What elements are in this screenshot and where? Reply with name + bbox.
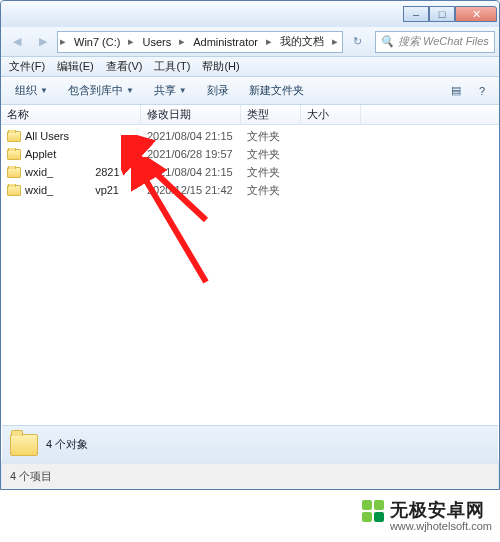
column-headers: 名称 修改日期 类型 大小 xyxy=(1,105,499,125)
menu-view[interactable]: 查看(V) xyxy=(106,59,143,74)
organize-button[interactable]: 组织▼ xyxy=(7,80,56,101)
status-count: 4 个对象 xyxy=(46,437,88,452)
breadcrumb-bar[interactable]: ▸ Win7 (C:)▸ Users▸ Administrator▸ 我的文档▸… xyxy=(57,31,343,53)
window-controls: – □ ✕ xyxy=(403,6,497,22)
redacted-segment xyxy=(57,167,91,177)
file-date: 2021/06/28 19:57 xyxy=(141,148,241,160)
include-library-button[interactable]: 包含到库中▼ xyxy=(60,80,142,101)
crumb-0[interactable]: Win7 (C:) xyxy=(68,32,126,52)
watermark-title: 无极安卓网 xyxy=(390,498,492,522)
folder-icon xyxy=(7,185,21,196)
file-type: 文件夹 xyxy=(241,183,301,198)
menu-tools[interactable]: 工具(T) xyxy=(154,59,190,74)
watermark-url: www.wjhotelsoft.com xyxy=(390,520,492,532)
crumb-1[interactable]: Users xyxy=(136,32,177,52)
toolbar: 组织▼ 包含到库中▼ 共享▼ 刻录 新建文件夹 ▤ ? xyxy=(1,77,499,105)
menu-edit[interactable]: 编辑(E) xyxy=(57,59,94,74)
navigation-bar: ◀ ▶ ▸ Win7 (C:)▸ Users▸ Administrator▸ 我… xyxy=(1,27,499,57)
maximize-button[interactable]: □ xyxy=(429,6,455,22)
file-type: 文件夹 xyxy=(241,129,301,144)
file-rows: All Users2021/08/04 21:15文件夹Applet2021/0… xyxy=(1,125,499,201)
new-folder-button[interactable]: 新建文件夹 xyxy=(241,80,312,101)
file-type: 文件夹 xyxy=(241,147,301,162)
help-icon[interactable]: ? xyxy=(471,80,493,102)
file-date: 2021/08/04 21:15 xyxy=(141,130,241,142)
file-name: All Users xyxy=(25,130,69,142)
crumb-3[interactable]: 我的文档 xyxy=(274,32,330,52)
folder-icon xyxy=(7,149,21,160)
file-name-suffix: vp21 xyxy=(95,184,119,196)
titlebar: – □ ✕ xyxy=(1,1,499,27)
refresh-button[interactable]: ↻ xyxy=(345,30,369,54)
search-input[interactable]: 🔍 搜索 WeChat Files xyxy=(375,31,495,53)
col-name[interactable]: 名称 xyxy=(1,105,141,124)
menu-help[interactable]: 帮助(H) xyxy=(202,59,239,74)
crumb-4[interactable]: WeChat Files xyxy=(340,32,343,52)
file-type: 文件夹 xyxy=(241,165,301,180)
table-row[interactable]: wxid_vp212020/12/15 21:42文件夹 xyxy=(1,181,499,199)
burn-button[interactable]: 刻录 xyxy=(199,80,237,101)
close-button[interactable]: ✕ xyxy=(455,6,497,22)
menu-file[interactable]: 文件(F) xyxy=(9,59,45,74)
col-type[interactable]: 类型 xyxy=(241,105,301,124)
folder-large-icon xyxy=(10,434,38,456)
redacted-segment xyxy=(57,185,91,195)
view-mode-button[interactable]: ▤ xyxy=(445,80,467,102)
minimize-button[interactable]: – xyxy=(403,6,429,22)
file-date: 2021/08/04 21:15 xyxy=(141,166,241,178)
file-name: wxid_ xyxy=(25,166,53,178)
watermark: 无极安卓网 www.wjhotelsoft.com xyxy=(362,498,492,532)
status-items: 4 个项目 xyxy=(10,469,52,484)
col-size[interactable]: 大小 xyxy=(301,105,361,124)
search-icon: 🔍 xyxy=(380,35,394,48)
file-date: 2020/12/15 21:42 xyxy=(141,184,241,196)
forward-button[interactable]: ▶ xyxy=(31,30,55,54)
folder-icon xyxy=(7,131,21,142)
file-name: Applet xyxy=(25,148,56,160)
table-row[interactable]: Applet2021/06/28 19:57文件夹 xyxy=(1,145,499,163)
file-name: wxid_ xyxy=(25,184,53,196)
status-bar: 4 个项目 xyxy=(2,464,498,489)
crumb-2[interactable]: Administrator xyxy=(187,32,264,52)
file-list-pane: 名称 修改日期 类型 大小 All Users2021/08/04 21:15文… xyxy=(1,105,499,461)
explorer-window: – □ ✕ ◀ ▶ ▸ Win7 (C:)▸ Users▸ Administra… xyxy=(0,0,500,490)
col-date[interactable]: 修改日期 xyxy=(141,105,241,124)
table-row[interactable]: All Users2021/08/04 21:15文件夹 xyxy=(1,127,499,145)
details-pane: 4 个对象 xyxy=(2,425,498,463)
share-button[interactable]: 共享▼ xyxy=(146,80,195,101)
file-name-suffix: 2821 xyxy=(95,166,119,178)
search-placeholder: 搜索 WeChat Files xyxy=(398,34,489,49)
folder-icon xyxy=(7,167,21,178)
watermark-logo-icon xyxy=(362,500,384,522)
table-row[interactable]: wxid_28212021/08/04 21:15文件夹 xyxy=(1,163,499,181)
back-button[interactable]: ◀ xyxy=(5,30,29,54)
menubar: 文件(F) 编辑(E) 查看(V) 工具(T) 帮助(H) xyxy=(1,57,499,77)
